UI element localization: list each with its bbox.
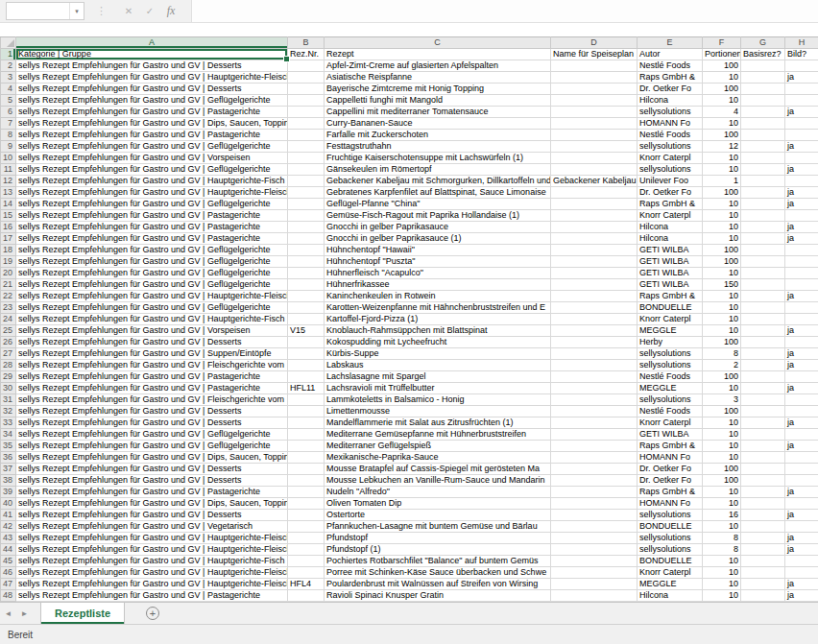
cell-B48[interactable]	[288, 590, 325, 602]
cell-C11[interactable]: Gänsekeulen im Römertopf	[325, 164, 551, 176]
cell-G28[interactable]	[741, 360, 785, 371]
cell-H30[interactable]: ja	[785, 383, 818, 394]
cell-A19[interactable]: sellys Rezept Empfehlungen für Gastro un…	[16, 256, 288, 268]
row-header-12[interactable]: 12	[1, 176, 16, 187]
cell-E33[interactable]: Knorr Caterpl	[638, 417, 703, 429]
cell-F2[interactable]: 100	[703, 60, 741, 72]
cell-H22[interactable]: ja	[785, 291, 818, 302]
cell-D17[interactable]	[551, 233, 638, 245]
cell-C44[interactable]: Pfundstopf (1)	[325, 544, 551, 556]
cell-E6[interactable]: sellysolutions	[638, 107, 703, 118]
cell-B25[interactable]: V15	[288, 325, 325, 337]
cell-D44[interactable]	[551, 544, 638, 556]
row-header-36[interactable]: 36	[1, 452, 16, 464]
cell-A47[interactable]: sellys Rezept Empfehlungen für Gastro un…	[16, 579, 288, 590]
cell-C19[interactable]: Hühnchentopf "Puszta"	[325, 256, 551, 268]
cell-D31[interactable]	[551, 394, 638, 406]
cell-E10[interactable]: Knorr Caterpl	[638, 153, 703, 164]
cell-C40[interactable]: Oliven Tomaten Dip	[325, 498, 551, 510]
cell-C17[interactable]: Gnocchi in gelber Paprikasauce (1)	[325, 233, 551, 245]
cell-C7[interactable]: Curry-Bananen-Sauce	[325, 118, 551, 130]
cell-B38[interactable]	[288, 475, 325, 487]
cell-D9[interactable]	[551, 141, 638, 153]
cell-D48[interactable]	[551, 590, 638, 602]
cell-F8[interactable]: 100	[703, 130, 741, 141]
cell-F23[interactable]: 10	[703, 302, 741, 314]
row-header-37[interactable]: 37	[1, 464, 16, 475]
cell-F10[interactable]: 10	[703, 153, 741, 164]
cell-G27[interactable]	[741, 348, 785, 360]
cell-A18[interactable]: sellys Rezept Empfehlungen für Gastro un…	[16, 245, 288, 256]
row-header-2[interactable]: 2	[1, 60, 16, 72]
cell-E9[interactable]: sellysolutions	[638, 141, 703, 153]
cell-A26[interactable]: sellys Rezept Empfehlungen für Gastro un…	[16, 337, 288, 348]
cell-H39[interactable]: ja	[785, 487, 818, 498]
cell-G24[interactable]	[741, 314, 785, 325]
cell-E46[interactable]: Knorr Caterpl	[638, 567, 703, 579]
cell-G40[interactable]	[741, 498, 785, 510]
cell-A34[interactable]: sellys Rezept Empfehlungen für Gastro un…	[16, 429, 288, 441]
cell-F33[interactable]: 10	[703, 417, 741, 429]
cell-C26[interactable]: Kokospudding mit Lycheefrucht	[325, 337, 551, 348]
cell-G18[interactable]	[741, 245, 785, 256]
cell-B40[interactable]	[288, 498, 325, 510]
cell-E4[interactable]: Dr. Oetker Fo	[638, 83, 703, 95]
cell-H31[interactable]	[785, 394, 818, 406]
cell-B5[interactable]	[288, 95, 325, 107]
cell-H16[interactable]: ja	[785, 222, 818, 233]
cell-E39[interactable]: Raps GmbH &	[638, 487, 703, 498]
cell-H41[interactable]: ja	[785, 510, 818, 521]
cell-E32[interactable]: Nestlé Foods	[638, 406, 703, 417]
cell-F16[interactable]: 10	[703, 222, 741, 233]
cell-H13[interactable]: ja	[785, 187, 818, 199]
cell-B11[interactable]	[288, 164, 325, 176]
cell-A21[interactable]: sellys Rezept Empfehlungen für Gastro un…	[16, 279, 288, 291]
row-header-11[interactable]: 11	[1, 164, 16, 176]
cell-G41[interactable]	[741, 510, 785, 521]
cell-B16[interactable]	[288, 222, 325, 233]
cell-D6[interactable]	[551, 107, 638, 118]
cell-B23[interactable]	[288, 302, 325, 314]
cell-G35[interactable]	[741, 441, 785, 452]
chevron-down-icon[interactable]: ▾	[69, 3, 84, 19]
cell-B27[interactable]	[288, 348, 325, 360]
cell-G21[interactable]	[741, 279, 785, 291]
cell-G36[interactable]	[741, 452, 785, 464]
cell-B12[interactable]	[288, 176, 325, 187]
cell-C33[interactable]: Mandelflammerie mit Salat aus Zitrusfrüc…	[325, 417, 551, 429]
cell-C16[interactable]: Gnocchi in gelber Paprikasauce	[325, 222, 551, 233]
cell-G25[interactable]	[741, 325, 785, 337]
cell-E17[interactable]: Hilcona	[638, 233, 703, 245]
cell-D30[interactable]	[551, 383, 638, 394]
cell-B43[interactable]	[288, 533, 325, 544]
cell-A43[interactable]: sellys Rezept Empfehlungen für Gastro un…	[16, 533, 288, 544]
sheet-tab-rezeptliste[interactable]: Rezeptliste	[40, 603, 125, 624]
cell-C30[interactable]: Lachsravioli mit Trüffelbutter	[325, 383, 551, 394]
cell-D36[interactable]	[551, 452, 638, 464]
row-header-30[interactable]: 30	[1, 383, 16, 394]
cell-A37[interactable]: sellys Rezept Empfehlungen für Gastro un…	[16, 464, 288, 475]
cell-A13[interactable]: sellys Rezept Empfehlungen für Gastro un…	[16, 187, 288, 199]
row-header-38[interactable]: 38	[1, 475, 16, 487]
cell-E20[interactable]: GETI WILBA	[638, 268, 703, 279]
row-header-34[interactable]: 34	[1, 429, 16, 441]
cell-A22[interactable]: sellys Rezept Empfehlungen für Gastro un…	[16, 291, 288, 302]
cell-G26[interactable]	[741, 337, 785, 348]
cell-F39[interactable]: 10	[703, 487, 741, 498]
cell-C45[interactable]: Pochiertes Rotbarschfilet "Balance" auf …	[325, 556, 551, 567]
cell-A16[interactable]: sellys Rezept Empfehlungen für Gastro un…	[16, 222, 288, 233]
cell-A3[interactable]: sellys Rezept Empfehlungen für Gastro un…	[16, 72, 288, 83]
cell-E30[interactable]: MEGGLE	[638, 383, 703, 394]
cell-D3[interactable]	[551, 72, 638, 83]
cell-F34[interactable]: 10	[703, 429, 741, 441]
row-header-27[interactable]: 27	[1, 348, 16, 360]
cell-C21[interactable]: Hühnerfrikassee	[325, 279, 551, 291]
cell-F15[interactable]: 10	[703, 210, 741, 222]
cell-C1[interactable]: Rezept	[325, 49, 551, 60]
cell-C20[interactable]: Hühnerfleisch "Acapulco"	[325, 268, 551, 279]
cell-G16[interactable]	[741, 222, 785, 233]
cell-A25[interactable]: sellys Rezept Empfehlungen für Gastro un…	[16, 325, 288, 337]
cell-C9[interactable]: Festtagstruthahn	[325, 141, 551, 153]
cell-G29[interactable]	[741, 371, 785, 383]
row-header-19[interactable]: 19	[1, 256, 16, 268]
